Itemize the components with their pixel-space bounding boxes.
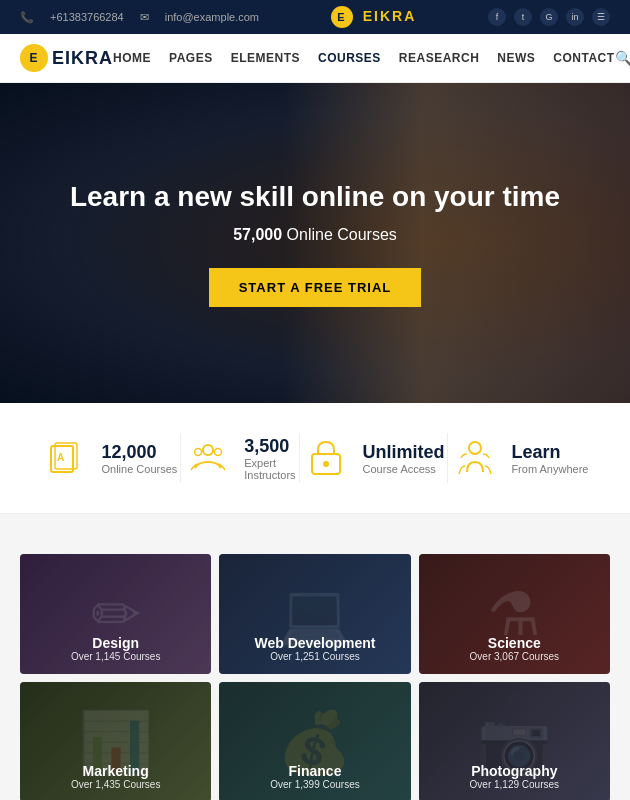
nav-research[interactable]: REASEARCH — [399, 51, 480, 65]
stat-instructors: 3,500 Expert Instructors — [184, 434, 295, 482]
cat-card-finance[interactable]: 💰 Finance Over 1,399 Courses — [219, 682, 410, 800]
anywhere-icon — [451, 434, 499, 482]
cat-design-content: Design Over 1,145 Courses — [20, 635, 211, 662]
svg-point-8 — [469, 442, 481, 454]
stat-access-text: Unlimited Course Access — [362, 442, 444, 475]
stat-anywhere-number: Learn — [511, 442, 588, 463]
stat-instructors-number: 3,500 — [244, 436, 295, 457]
hero-headline: Learn a new skill online on your time — [70, 179, 560, 215]
search-icon[interactable]: 🔍 — [615, 50, 630, 66]
nav-home[interactable]: HOME — [113, 51, 151, 65]
cat-card-marketing[interactable]: 📊 Marketing Over 1,435 Courses — [20, 682, 211, 800]
courses-icon: A — [41, 434, 89, 482]
access-icon — [302, 434, 350, 482]
top-bar-left: 📞 +61383766284 ✉ info@example.com — [20, 11, 259, 24]
top-bar-socials: f t G in ☰ — [488, 8, 610, 26]
cat-design-sub: Over 1,145 Courses — [20, 651, 211, 662]
stat-courses-label: Online Courses — [101, 463, 177, 475]
nav-courses[interactable]: COURSES — [318, 51, 381, 65]
logo-text-top: EIKRA — [363, 8, 417, 24]
hero-count: 57,000 — [233, 226, 282, 243]
logo-top: E EIKRA — [331, 6, 416, 28]
stat-courses-text: 12,000 Online Courses — [101, 442, 177, 475]
phone-icon: 📞 — [20, 11, 34, 24]
logo-circle: E — [20, 44, 48, 72]
logo-name: EIKRA — [52, 48, 113, 69]
stat-divider-3 — [447, 433, 448, 483]
category-grid: ✏ Design Over 1,145 Courses 💻 Web Develo… — [20, 554, 610, 800]
hero-subline-text: Online Courses — [287, 226, 397, 243]
cat-card-photography[interactable]: 📷 Photography Over 1,129 Courses — [419, 682, 610, 800]
cat-webdev-sub: Over 1,251 Courses — [219, 651, 410, 662]
category-section: ✏ Design Over 1,145 Courses 💻 Web Develo… — [0, 544, 630, 800]
cat-marketing-sub: Over 1,435 Courses — [20, 779, 211, 790]
nav-menu: HOME PAGES ELEMENTS COURSES REASEARCH NE… — [113, 51, 615, 65]
cat-marketing-content: Marketing Over 1,435 Courses — [20, 763, 211, 790]
facebook-icon[interactable]: f — [488, 8, 506, 26]
linkedin-icon[interactable]: in — [566, 8, 584, 26]
twitter-icon[interactable]: t — [514, 8, 532, 26]
hero-section: Learn a new skill online on your time 57… — [0, 83, 630, 403]
main-nav: E EIKRA HOME PAGES ELEMENTS COURSES REAS… — [0, 34, 630, 83]
cat-photo-content: Photography Over 1,129 Courses — [419, 763, 610, 790]
rss-icon[interactable]: ☰ — [592, 8, 610, 26]
cat-webdev-content: Web Development Over 1,251 Courses — [219, 635, 410, 662]
stat-instructors-label: Expert Instructors — [244, 457, 295, 481]
cat-finance-sub: Over 1,399 Courses — [219, 779, 410, 790]
svg-text:A: A — [57, 452, 64, 463]
hero-cta-button[interactable]: START A FREE TRIAL — [209, 268, 422, 307]
email-icon: ✉ — [140, 11, 149, 24]
nav-logo[interactable]: E EIKRA — [20, 44, 113, 72]
cat-design-title: Design — [20, 635, 211, 651]
section-spacer — [0, 514, 630, 544]
cat-science-title: Science — [419, 635, 610, 651]
hero-content: Learn a new skill online on your time 57… — [50, 179, 580, 306]
nav-news[interactable]: NEWS — [497, 51, 535, 65]
stat-anywhere-text: Learn From Anywhere — [511, 442, 588, 475]
nav-elements[interactable]: ELEMENTS — [231, 51, 300, 65]
top-bar: 📞 +61383766284 ✉ info@example.com E EIKR… — [0, 0, 630, 34]
stat-divider-1 — [180, 433, 181, 483]
cat-science-sub: Over 3,067 Courses — [419, 651, 610, 662]
stat-access: Unlimited Course Access — [302, 434, 444, 482]
stat-access-label: Course Access — [362, 463, 444, 475]
nav-actions: 🔍 | 🛒 2 ☰ — [615, 50, 630, 66]
email-link[interactable]: info@example.com — [165, 11, 259, 23]
cat-photo-title: Photography — [419, 763, 610, 779]
cat-card-webdev[interactable]: 💻 Web Development Over 1,251 Courses — [219, 554, 410, 674]
hero-subline: 57,000 Online Courses — [70, 226, 560, 244]
instructors-icon — [184, 434, 232, 482]
stat-courses: A 12,000 Online Courses — [41, 434, 177, 482]
cat-photo-sub: Over 1,129 Courses — [419, 779, 610, 790]
googleplus-icon[interactable]: G — [540, 8, 558, 26]
cat-science-content: Science Over 3,067 Courses — [419, 635, 610, 662]
cat-card-design[interactable]: ✏ Design Over 1,145 Courses — [20, 554, 211, 674]
nav-contact[interactable]: CONTACT — [553, 51, 614, 65]
stat-anywhere-label: From Anywhere — [511, 463, 588, 475]
nav-pages[interactable]: PAGES — [169, 51, 213, 65]
stat-anywhere: Learn From Anywhere — [451, 434, 588, 482]
svg-point-3 — [203, 445, 213, 455]
cat-finance-content: Finance Over 1,399 Courses — [219, 763, 410, 790]
stat-instructors-text: 3,500 Expert Instructors — [244, 436, 295, 481]
svg-point-4 — [195, 449, 202, 456]
stat-divider-2 — [299, 433, 300, 483]
cat-marketing-title: Marketing — [20, 763, 211, 779]
svg-point-5 — [215, 449, 222, 456]
cat-card-science[interactable]: ⚗ Science Over 3,067 Courses — [419, 554, 610, 674]
cat-finance-title: Finance — [219, 763, 410, 779]
stats-section: A 12,000 Online Courses 3,500 Expert Ins… — [0, 403, 630, 514]
cat-webdev-title: Web Development — [219, 635, 410, 651]
stat-access-number: Unlimited — [362, 442, 444, 463]
logo-circle-top: E — [331, 6, 353, 28]
stat-courses-number: 12,000 — [101, 442, 177, 463]
phone-link[interactable]: +61383766284 — [50, 11, 124, 23]
svg-point-7 — [323, 461, 329, 467]
